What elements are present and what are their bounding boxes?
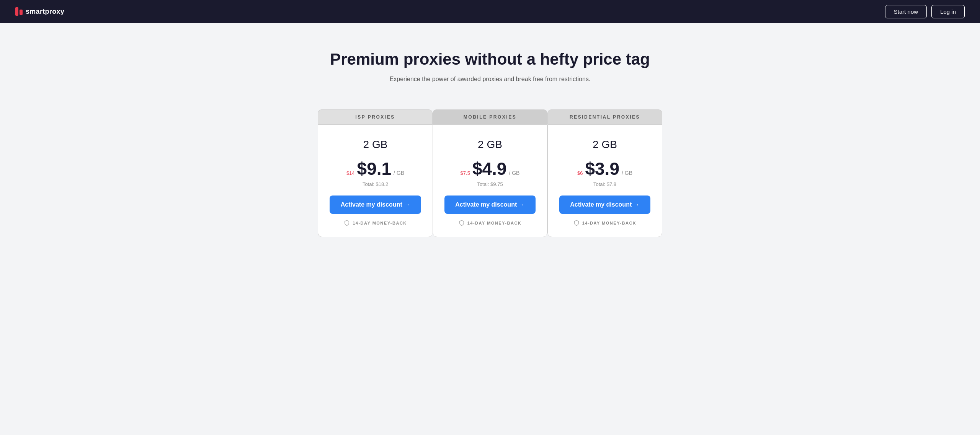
hero-title: Premium proxies without a hefty price ta…: [8, 50, 972, 69]
hero-subtitle: Experience the power of awarded proxies …: [8, 76, 972, 83]
shield-icon: [344, 220, 350, 226]
logo-bar-1: [15, 7, 18, 16]
start-now-button[interactable]: Start now: [885, 5, 927, 18]
isp-new-price: $9.1: [357, 160, 392, 178]
shield-icon: [573, 220, 580, 226]
residential-old-price: $6: [577, 170, 583, 176]
isp-gb: 2 GB: [363, 138, 388, 151]
brand: smartproxy: [15, 7, 64, 16]
residential-new-price: $3.9: [585, 160, 619, 178]
logo-bar-2: [20, 10, 23, 15]
shield-icon: [459, 220, 465, 226]
mobile-proxies-tab: MOBILE PROXIES: [433, 109, 547, 124]
pricing-section: ISP PROXIES 2 GB $14 $9.1 / GB Total: $1…: [260, 98, 720, 260]
residential-per-gb: / GB: [622, 170, 632, 176]
mobile-new-price: $4.9: [472, 160, 507, 178]
mobile-total: Total: $9.75: [477, 181, 503, 187]
isp-proxies-card-wrapper: ISP PROXIES 2 GB $14 $9.1 / GB Total: $1…: [318, 109, 433, 237]
residential-activate-button[interactable]: Activate my discount →: [559, 196, 650, 214]
residential-money-back: 14-DAY MONEY-BACK: [573, 220, 637, 226]
mobile-gb: 2 GB: [478, 138, 502, 151]
residential-proxies-card-wrapper: RESIDENTIAL PROXIES 2 GB $6 $3.9 / GB To…: [547, 109, 662, 237]
mobile-money-back: 14-DAY MONEY-BACK: [459, 220, 522, 226]
residential-proxies-card: 2 GB $6 $3.9 / GB Total: $7.8 Activate m…: [547, 124, 662, 237]
mobile-old-price: $7.5: [461, 170, 470, 176]
isp-proxies-tab: ISP PROXIES: [318, 109, 433, 124]
mobile-price-row: $7.5 $4.9 / GB: [461, 160, 520, 178]
isp-activate-button[interactable]: Activate my discount →: [330, 196, 421, 214]
brand-name: smartproxy: [26, 8, 64, 16]
residential-gb: 2 GB: [593, 138, 617, 151]
isp-money-back: 14-DAY MONEY-BACK: [344, 220, 407, 226]
mobile-activate-button[interactable]: Activate my discount →: [444, 196, 536, 214]
residential-total: Total: $7.8: [593, 181, 616, 187]
isp-per-gb: / GB: [394, 170, 404, 176]
isp-price-row: $14 $9.1 / GB: [346, 160, 404, 178]
mobile-per-gb: / GB: [509, 170, 519, 176]
mobile-proxies-card: 2 GB $7.5 $4.9 / GB Total: $9.75 Activat…: [433, 124, 547, 237]
mobile-proxies-card-wrapper: MOBILE PROXIES 2 GB $7.5 $4.9 / GB Total…: [433, 109, 547, 237]
residential-proxies-tab: RESIDENTIAL PROXIES: [547, 109, 662, 124]
navbar: smartproxy Start now Log in: [0, 0, 980, 23]
isp-proxies-card: 2 GB $14 $9.1 / GB Total: $18.2 Activate…: [318, 124, 433, 237]
residential-price-row: $6 $3.9 / GB: [577, 160, 632, 178]
logo-icon: [15, 7, 23, 16]
login-button[interactable]: Log in: [931, 5, 965, 18]
isp-old-price: $14: [346, 170, 355, 176]
isp-total: Total: $18.2: [363, 181, 388, 187]
navbar-actions: Start now Log in: [885, 5, 965, 18]
hero-section: Premium proxies without a hefty price ta…: [0, 23, 980, 98]
